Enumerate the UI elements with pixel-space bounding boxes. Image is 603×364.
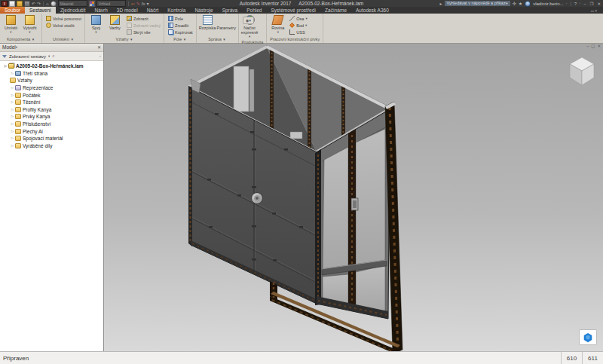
- ribbon-tab[interactable]: Nástroje: [190, 7, 217, 14]
- browser-title-chevron-icon[interactable]: ▾: [16, 45, 17, 49]
- ribbon-small-button[interactable]: Zobrazit ▾: [125, 15, 162, 22]
- expander-icon[interactable]: ▷: [10, 122, 15, 126]
- ribbon-big-button[interactable]: Rozpiska ▾: [198, 14, 217, 30]
- ribbon-small-button[interactable]: Pole ▾: [167, 15, 194, 22]
- ribbon-small-button[interactable]: Osa ▾: [288, 15, 308, 22]
- ribbon-small-button[interactable]: Zobrazit vadný ▾: [125, 22, 162, 29]
- tree-item[interactable]: ▷ Plechy Al: [0, 127, 103, 135]
- ribbon-group-label[interactable]: Správa ▼: [198, 36, 237, 43]
- fx-parameters-icon[interactable]: fx: [142, 2, 145, 6]
- a360-sync-button[interactable]: [579, 329, 597, 345]
- home-view-icon[interactable]: ⌂: [46, 2, 49, 6]
- close-button[interactable]: ✕: [596, 2, 601, 6]
- ribbon-group-label[interactable]: Umístění ▼: [44, 36, 83, 43]
- user-avatar[interactable]: [525, 1, 531, 7]
- help-icon[interactable]: ?: [574, 2, 577, 6]
- graphics-viewport[interactable]: – ▢ ✕: [103, 43, 603, 352]
- ribbon-minimize-toggle[interactable]: ▭ ▾: [590, 7, 601, 14]
- ribbon-small-button[interactable]: Zrcadlit ▾: [167, 22, 194, 29]
- qat-overflow-icon[interactable]: ▾: [146, 2, 148, 6]
- expander-icon[interactable]: ▷: [10, 115, 15, 118]
- panel-help-icon[interactable]: ◔: [98, 54, 101, 59]
- cad-model-canvas[interactable]: [103, 43, 603, 352]
- browser-title[interactable]: Model: [2, 44, 16, 50]
- sketch-icon[interactable]: ✎: [136, 2, 140, 6]
- ribbon-big-button[interactable]: Vazby ▾: [106, 14, 124, 35]
- ribbon-tab[interactable]: Zjednodušit: [56, 7, 90, 14]
- inventor-logo-icon[interactable]: I: [2, 1, 8, 7]
- user-menu-chevron-icon[interactable]: ▾: [566, 2, 568, 5]
- favorites-star-icon[interactable]: ★: [519, 2, 522, 6]
- restore-button[interactable]: ❐: [589, 2, 594, 6]
- ribbon-small-button[interactable]: USS ▾: [288, 29, 308, 35]
- tree-item[interactable]: ▷ Prvky Kanya: [0, 113, 103, 121]
- expander-icon[interactable]: ▷: [10, 100, 15, 104]
- tree-item[interactable]: ▷ Vyráběné díly: [0, 142, 103, 150]
- ribbon-small-button[interactable]: Skrýt vše ▾: [125, 29, 162, 35]
- tree-item[interactable]: ▷ Spojovací materiál: [0, 135, 103, 142]
- assembly-view-dropdown[interactable]: Zobrazení sestavy: [9, 54, 46, 59]
- expander-icon[interactable]: ▷: [10, 93, 15, 97]
- expander-icon[interactable]: ▷: [10, 86, 15, 90]
- ribbon-tab[interactable]: Pohled: [242, 7, 266, 14]
- tree-item[interactable]: ▷ Příslušenství: [0, 121, 103, 128]
- ribbon-tab[interactable]: Soubor: [0, 7, 25, 14]
- save-icon[interactable]: [24, 1, 30, 7]
- tree-item[interactable]: ▷ Profily Kanya: [0, 106, 103, 114]
- search-binoculars-icon[interactable]: ⌕: [52, 54, 54, 59]
- open-file-icon[interactable]: [17, 1, 23, 7]
- ribbon-big-button[interactable]: Umístit ▾: [2, 14, 20, 35]
- help-search-input[interactable]: Vyhledávat v nápovědě a příkaze: [445, 1, 510, 6]
- ribbon-group-label[interactable]: Produktivita ▼: [240, 39, 265, 46]
- tree-item[interactable]: ▷ A2005-02-Box-Heřmánek.iam: [0, 63, 103, 70]
- doc-minimize-icon[interactable]: –: [586, 44, 589, 48]
- expander-icon[interactable]: ▷: [10, 72, 15, 75]
- expander-icon[interactable]: ▷: [10, 144, 15, 148]
- ribbon-big-button[interactable]: Vytvořit ▾: [20, 14, 39, 35]
- tree-item[interactable]: ▷ Počátek: [0, 91, 103, 99]
- expander-icon[interactable]: ▷: [3, 64, 8, 68]
- tree-item[interactable]: ▷ Reprezentace: [0, 84, 103, 92]
- expander-icon[interactable]: ▷: [10, 108, 15, 112]
- ribbon-big-button[interactable]: Parametry ▾: [217, 14, 236, 30]
- ribbon-group-label[interactable]: Pracovní konstrukční prvky ▼: [268, 36, 321, 43]
- ribbon-big-button[interactable]: Rovina ▾: [268, 14, 287, 35]
- doc-restore-icon[interactable]: ▢: [591, 44, 595, 48]
- ribbon-group-label[interactable]: Pole ▼: [166, 36, 194, 43]
- ribbon-big-button[interactable]: Spoj ▾: [87, 14, 106, 35]
- ribbon-tab[interactable]: Náčrt: [142, 7, 164, 14]
- ribbon-tab[interactable]: Kontrola: [163, 7, 190, 14]
- ribbon-small-button[interactable]: Kopírovat ▾: [167, 29, 194, 35]
- appearance-swatch-icon[interactable]: [89, 1, 95, 7]
- ribbon-group-label[interactable]: Komponenta ▼: [2, 36, 40, 43]
- ribbon-small-button[interactable]: Volné otočit ▾: [44, 22, 83, 29]
- ribbon-small-button[interactable]: Bod ▾: [288, 22, 308, 29]
- search-go-icon[interactable]: ▸: [440, 2, 442, 6]
- return-icon[interactable]: ↩: [131, 2, 135, 6]
- view-cube[interactable]: [565, 53, 598, 87]
- ribbon-tab[interactable]: 3D model: [112, 7, 142, 14]
- material-combobox[interactable]: Materiál▾: [58, 0, 87, 7]
- ribbon-tab[interactable]: Začínáme: [320, 7, 351, 14]
- expander-icon[interactable]: ▷: [10, 130, 15, 133]
- tree-item[interactable]: ▷ Vztahy: [0, 77, 103, 84]
- new-file-icon[interactable]: [9, 1, 15, 7]
- ribbon-tab[interactable]: Autodesk A360: [351, 7, 393, 14]
- sign-in-icon[interactable]: ✣: [513, 2, 516, 6]
- ribbon-small-button[interactable]: Volné posunout ▾: [44, 15, 83, 22]
- filter-icon[interactable]: [2, 55, 7, 58]
- ribbon-tab[interactable]: Systémové prostředí: [267, 7, 321, 14]
- ribbon-tab[interactable]: Návrh: [90, 7, 112, 14]
- user-name[interactable]: vladimir.berin...: [533, 2, 563, 6]
- doc-close-icon[interactable]: ✕: [597, 44, 601, 48]
- appearance-sphere-icon[interactable]: [51, 1, 57, 7]
- redo-icon[interactable]: ↷: [37, 2, 41, 6]
- browser-close-icon[interactable]: ✕: [97, 44, 101, 50]
- ribbon-tab[interactable]: Správa: [218, 7, 243, 14]
- ribbon-tab[interactable]: Sestavení: [25, 7, 56, 14]
- minimize-button[interactable]: –: [583, 2, 586, 6]
- appearance-combobox[interactable]: Vzhled▾: [96, 0, 126, 7]
- view-mode-chevron-icon[interactable]: ▾: [48, 54, 50, 58]
- tree-item[interactable]: ▷ Těsnění: [0, 99, 103, 106]
- panel-overflow-button[interactable]: ◉▾: [243, 17, 254, 24]
